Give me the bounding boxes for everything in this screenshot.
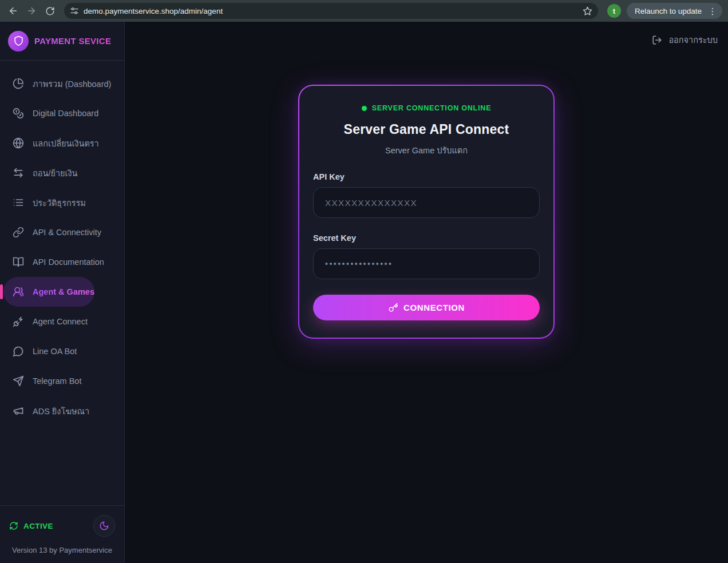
bookmark-star-icon[interactable] [583, 6, 592, 16]
forward-arrow-icon [26, 6, 37, 16]
theme-toggle-button[interactable] [93, 515, 115, 537]
sidebar-item-ads[interactable]: ADS ยิงโฆษณา [0, 396, 124, 426]
sidebar-item-label: ADS ยิงโฆษณา [33, 405, 89, 418]
sidebar-item-agent-connect[interactable]: Agent Connect [0, 307, 124, 336]
sidebar-item-label: Telegram Bot [33, 376, 81, 386]
address-bar[interactable]: demo.paymentservice.shop/admin/agent [64, 3, 598, 19]
sidebar-item-transaction-history[interactable]: ประวัติธุรกรรม [0, 188, 124, 217]
browser-profile-avatar[interactable]: t [607, 4, 621, 18]
system-status: ACTIVE [9, 521, 53, 530]
sidebar-item-line-oa-bot[interactable]: Line OA Bot [0, 336, 124, 366]
link-icon [13, 227, 24, 238]
browser-menu-icon[interactable]: ⋮ [706, 7, 719, 15]
online-dot-icon [362, 106, 367, 111]
sidebar: PAYMENT SEVICE ภาพรวม (Dashboard) Digita… [0, 22, 125, 563]
version-text: Version 13 by Paymentservice [9, 546, 115, 554]
main-content: ออกจากระบบ SERVER CONNECTION ONLINE Serv… [125, 22, 728, 563]
sidebar-item-api-connectivity[interactable]: API & Connectivity [0, 217, 124, 247]
sidebar-item-label: แลกเปลี่ยนเงินตรา [33, 137, 99, 150]
connection-status-text: SERVER CONNECTION ONLINE [372, 104, 492, 112]
card-title: Server Game API Connect [313, 122, 540, 137]
logout-icon [652, 35, 662, 45]
back-arrow-icon [8, 6, 18, 16]
refresh-icon [9, 521, 18, 530]
sidebar-item-currency-exchange[interactable]: แลกเปลี่ยนเงินตรา [0, 128, 124, 158]
brand: PAYMENT SEVICE [0, 22, 124, 61]
plug-icon [13, 316, 24, 327]
sidebar-item-api-documentation[interactable]: API Documentation [0, 247, 124, 277]
brand-name: PAYMENT SEVICE [34, 36, 111, 46]
sidebar-item-label: ภาพรวม (Dashboard) [33, 77, 111, 90]
relaunch-to-update-button[interactable]: Relaunch to update ⋮ [627, 3, 722, 19]
users-icon [13, 286, 24, 298]
sidebar-item-dashboard[interactable]: ภาพรวม (Dashboard) [0, 69, 124, 98]
shield-logo-icon [8, 31, 29, 51]
sidebar-item-withdraw-transfer[interactable]: ถอน/ย้ายเงิน [0, 158, 124, 188]
key-icon [388, 303, 398, 313]
active-accent-bar [0, 284, 3, 299]
secret-key-label: Secret Key [313, 233, 540, 243]
avatar-letter: t [613, 7, 615, 15]
url-text[interactable]: demo.paymentservice.shop/admin/agent [84, 7, 578, 15]
status-badge: ACTIVE [23, 522, 53, 530]
card-subtitle: Server Game ปรับแตก [313, 144, 540, 157]
browser-toolbar: demo.paymentservice.shop/admin/agent t R… [0, 0, 728, 22]
browser-back-button[interactable] [5, 2, 22, 19]
paper-plane-icon [13, 375, 24, 387]
sidebar-item-label: ประวัติธุรกรรม [33, 196, 86, 209]
pie-chart-icon [13, 78, 24, 89]
sidebar-item-label: API & Connectivity [33, 228, 101, 237]
book-open-icon [13, 256, 24, 268]
api-key-input[interactable] [313, 187, 540, 218]
coins-icon [13, 108, 24, 119]
connection-button[interactable]: CONNECTION [313, 295, 540, 320]
transfer-arrows-icon [13, 167, 24, 179]
connection-status: SERVER CONNECTION ONLINE [313, 104, 540, 112]
site-settings-icon[interactable] [70, 6, 79, 15]
api-key-label: API Key [313, 172, 540, 181]
globe-icon [13, 137, 24, 149]
app-shell: PAYMENT SEVICE ภาพรวม (Dashboard) Digita… [0, 22, 728, 563]
sidebar-item-label: ถอน/ย้ายเงิน [33, 166, 78, 180]
sidebar-item-digital-dashboard[interactable]: Digital Dashboard [0, 98, 124, 128]
moon-icon [99, 521, 109, 531]
sidebar-item-label: Agent & Games [33, 287, 94, 296]
browser-forward-button[interactable] [23, 2, 40, 19]
megaphone-icon [13, 405, 24, 417]
api-connect-card: SERVER CONNECTION ONLINE Server Game API… [298, 85, 555, 339]
sidebar-item-telegram-bot[interactable]: Telegram Bot [0, 366, 124, 396]
chat-bubble-icon [13, 346, 24, 357]
sidebar-nav: ภาพรวม (Dashboard) Digital Dashboard แลก… [0, 61, 124, 505]
reload-icon [45, 6, 55, 16]
sidebar-item-label: Agent Connect [33, 317, 88, 326]
connection-button-label: CONNECTION [403, 303, 465, 312]
logout-button[interactable]: ออกจากระบบ [652, 33, 718, 46]
browser-reload-button[interactable] [41, 2, 58, 19]
sidebar-item-label: Line OA Bot [33, 347, 77, 356]
secret-key-input[interactable] [313, 248, 540, 279]
sidebar-item-agent-games[interactable]: Agent & Games [3, 277, 94, 307]
sidebar-footer: ACTIVE Version 13 by Paymentservice [0, 505, 124, 563]
sidebar-item-label: API Documentation [33, 257, 104, 267]
sidebar-item-label: Digital Dashboard [33, 109, 98, 118]
relaunch-label: Relaunch to update [635, 7, 702, 15]
list-icon [13, 197, 24, 208]
logout-label: ออกจากระบบ [668, 33, 718, 46]
